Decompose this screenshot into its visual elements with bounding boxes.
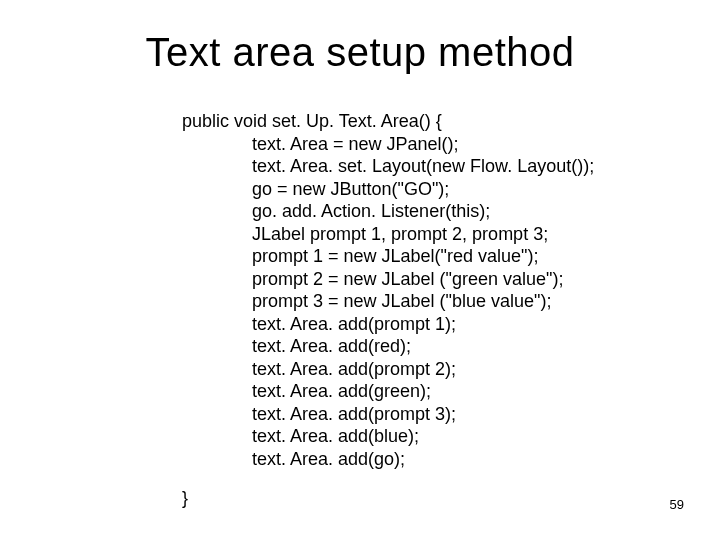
- code-text: text. Area = new JPanel();: [252, 134, 459, 154]
- code-line: prompt 1 = new JLabel("red value");: [182, 245, 594, 268]
- code-text: text. Area. add(prompt 3);: [252, 404, 456, 424]
- code-line: text. Area. add(prompt 2);: [182, 358, 594, 381]
- code-line: text. Area. add(red);: [182, 335, 594, 358]
- code-text: text. Area. add(red);: [252, 336, 411, 356]
- code-line: text. Area. add(blue);: [182, 425, 594, 448]
- code-text: prompt 3 = new JLabel ("blue value");: [252, 291, 551, 311]
- code-text: text. Area. set. Layout(new Flow. Layout…: [252, 156, 594, 176]
- code-text: prompt 1 = new JLabel("red value");: [252, 246, 538, 266]
- code-line: text. Area. add(prompt 1);: [182, 313, 594, 336]
- code-block: public void set. Up. Text. Area() { text…: [182, 110, 594, 470]
- code-text: JLabel prompt 1, prompt 2, prompt 3;: [252, 224, 548, 244]
- slide: Text area setup method public void set. …: [0, 0, 720, 540]
- code-text: prompt 2 = new JLabel ("green value");: [252, 269, 563, 289]
- code-signature: public void set. Up. Text. Area() {: [182, 110, 594, 133]
- code-text: text. Area. add(green);: [252, 381, 431, 401]
- code-text: text. Area. add(blue);: [252, 426, 419, 446]
- code-line: text. Area = new JPanel();: [182, 133, 594, 156]
- code-line: go = new JButton("GO");: [182, 178, 594, 201]
- code-line: JLabel prompt 1, prompt 2, prompt 3;: [182, 223, 594, 246]
- code-text: text. Area. add(go);: [252, 449, 405, 469]
- code-line: prompt 3 = new JLabel ("blue value");: [182, 290, 594, 313]
- slide-title: Text area setup method: [0, 30, 720, 75]
- code-line: text. Area. add(prompt 3);: [182, 403, 594, 426]
- code-text: text. Area. add(prompt 1);: [252, 314, 456, 334]
- code-line: text. Area. set. Layout(new Flow. Layout…: [182, 155, 594, 178]
- code-line: prompt 2 = new JLabel ("green value");: [182, 268, 594, 291]
- code-text: text. Area. add(prompt 2);: [252, 359, 456, 379]
- code-close-brace: }: [182, 488, 188, 509]
- page-number: 59: [670, 497, 684, 512]
- code-text: go = new JButton("GO");: [252, 179, 449, 199]
- code-line: text. Area. add(green);: [182, 380, 594, 403]
- code-line: go. add. Action. Listener(this);: [182, 200, 594, 223]
- code-text: go. add. Action. Listener(this);: [252, 201, 490, 221]
- code-line: text. Area. add(go);: [182, 448, 594, 471]
